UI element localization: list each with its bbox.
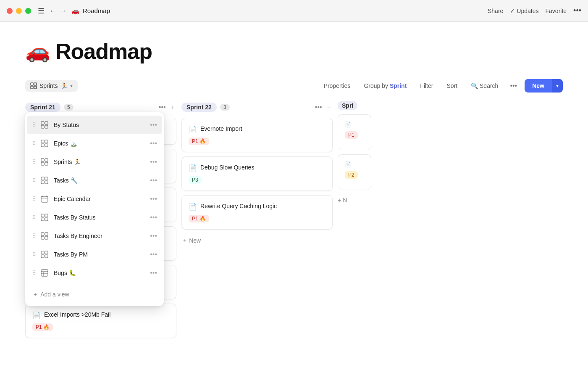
back-arrow-icon[interactable]: ← xyxy=(50,7,56,15)
sprint22-column: Sprint 22 3 ••• + 📄 Evernote Import P1 🔥 xyxy=(181,101,333,365)
svg-rect-33 xyxy=(45,251,48,254)
drag-handle-icon: ⠿ xyxy=(32,251,36,258)
menu-item-label: Tasks By Engineer xyxy=(54,233,150,239)
svg-rect-34 xyxy=(41,255,44,258)
menu-item-tasks-by-status[interactable]: ⠿ Tasks By Status ••• xyxy=(27,208,162,227)
priority-tag: P2 xyxy=(345,171,358,179)
toolbar: Sprints 🏃 ▾ Properties Group by Sprint F… xyxy=(25,79,563,93)
svg-rect-19 xyxy=(45,181,48,184)
menu-item-more-icon[interactable]: ••• xyxy=(150,251,157,258)
page-emoji: 🚗 xyxy=(25,40,50,63)
menu-item-more-icon[interactable]: ••• xyxy=(150,158,157,166)
partial-card-1[interactable]: 📄 P1 xyxy=(338,114,371,150)
menu-item-more-icon[interactable]: ••• xyxy=(150,269,157,277)
menu-item-epics[interactable]: ⠿ Epics 🏔️ ••• xyxy=(27,134,162,153)
menu-icon[interactable]: ☰ xyxy=(38,6,45,16)
svg-rect-11 xyxy=(45,144,48,147)
priority-tag: P1 🔥 xyxy=(189,138,209,145)
sprint-partial-header: Spri xyxy=(338,101,371,110)
plus-icon: + xyxy=(338,197,341,204)
search-button[interactable]: 🔍 Search xyxy=(467,80,502,92)
drag-handle-icon: ⠿ xyxy=(32,233,36,239)
new-main-button[interactable]: New xyxy=(525,79,552,93)
add-view-button[interactable]: + Add a view xyxy=(27,288,162,301)
sprint-partial-name: Spri xyxy=(338,101,357,110)
svg-rect-24 xyxy=(41,214,44,217)
svg-rect-18 xyxy=(41,181,44,184)
new-label: N xyxy=(343,197,347,204)
svg-rect-3 xyxy=(34,86,37,89)
sprint21-actions: ••• + xyxy=(157,103,176,112)
maximize-button[interactable] xyxy=(25,8,31,14)
sprint-partial-add[interactable]: + N xyxy=(338,194,371,206)
menu-item-bugs[interactable]: ⠿ Bugs 🐛 ••• xyxy=(27,264,162,282)
menu-item-tasks-by-engineer[interactable]: ⠿ Tasks By Engineer ••• xyxy=(27,227,162,245)
drag-handle-icon: ⠿ xyxy=(32,270,36,276)
svg-rect-27 xyxy=(45,218,48,221)
sprint22-more-button[interactable]: ••• xyxy=(313,103,324,112)
minimize-button[interactable] xyxy=(16,8,22,14)
sprint22-header: Sprint 22 3 ••• + xyxy=(181,101,333,114)
menu-item-sprints[interactable]: ⠿ Sprints 🏃 ••• xyxy=(27,153,162,171)
menu-item-epic-calendar[interactable]: ⠿ Epic Calendar ••• xyxy=(27,190,162,208)
sort-button[interactable]: Sort xyxy=(442,80,462,92)
plus-icon: + xyxy=(34,291,37,298)
updates-label: Updates xyxy=(517,8,538,14)
view-grid-icon xyxy=(30,82,37,89)
svg-rect-26 xyxy=(41,218,44,221)
filter-label: Filter xyxy=(420,82,433,89)
new-dropdown-arrow[interactable]: ▾ xyxy=(552,79,563,93)
view-selector[interactable]: Sprints 🏃 ▾ xyxy=(25,80,78,92)
share-button[interactable]: Share xyxy=(488,8,503,14)
sprint21-add-button[interactable]: + xyxy=(169,103,176,112)
menu-item-more-icon[interactable]: ••• xyxy=(150,214,157,221)
properties-button[interactable]: Properties xyxy=(320,80,355,92)
sprint22-add-button[interactable]: + xyxy=(326,103,333,112)
table-icon xyxy=(39,267,50,279)
menu-item-more-icon[interactable]: ••• xyxy=(150,177,157,184)
menu-item-by-status[interactable]: ⠿ By Status ••• xyxy=(27,116,162,134)
card-evernote-import-s22[interactable]: 📄 Evernote Import P1 🔥 xyxy=(181,118,333,152)
close-button[interactable] xyxy=(7,8,13,14)
card-title: Rewrite Query Caching Logic xyxy=(200,202,277,211)
menu-item-more-icon[interactable]: ••• xyxy=(150,195,157,203)
menu-item-more-icon[interactable]: ••• xyxy=(150,121,157,129)
toolbar-more-button[interactable]: ••• xyxy=(507,80,520,91)
card-debug-slow-queries[interactable]: 📄 Debug Slow Queries P3 xyxy=(181,156,333,191)
search-label: Search xyxy=(480,82,498,89)
new-button-group: New ▾ xyxy=(525,79,563,93)
grid-icon xyxy=(39,230,50,242)
forward-arrow-icon[interactable]: → xyxy=(60,7,66,15)
partial-card-2[interactable]: 📄 P2 xyxy=(338,154,371,190)
svg-rect-9 xyxy=(45,140,48,143)
sprint22-add-new-button[interactable]: + New xyxy=(181,234,333,247)
card-rewrite-query[interactable]: 📄 Rewrite Query Caching Logic P1 🔥 xyxy=(181,195,333,230)
updates-button[interactable]: ✓ Updates xyxy=(510,8,538,14)
card-title: Evernote Import xyxy=(200,125,242,133)
favorite-button[interactable]: Favorite xyxy=(546,8,567,14)
menu-item-more-icon[interactable]: ••• xyxy=(150,232,157,240)
menu-item-tasks-by-pm[interactable]: ⠿ Tasks By PM ••• xyxy=(27,245,162,264)
menu-item-label: Sprints 🏃 xyxy=(54,159,150,165)
more-actions-button[interactable]: ••• xyxy=(573,6,581,15)
svg-rect-16 xyxy=(41,177,44,180)
menu-item-label: By Status xyxy=(54,122,150,128)
card-excel-imports[interactable]: 📄 Excel Imports >20Mb Fail P1 🔥 xyxy=(25,304,176,338)
sprint21-more-button[interactable]: ••• xyxy=(157,103,168,112)
titlebar-actions: Share ✓ Updates Favorite ••• xyxy=(488,6,581,15)
grid-icon xyxy=(39,138,50,149)
drag-handle-icon: ⠿ xyxy=(32,196,36,202)
svg-rect-12 xyxy=(41,159,44,161)
menu-item-more-icon[interactable]: ••• xyxy=(150,140,157,147)
svg-rect-2 xyxy=(31,86,33,89)
menu-item-tasks[interactable]: ⠿ Tasks 🔧 ••• xyxy=(27,171,162,190)
svg-rect-36 xyxy=(41,270,48,276)
filter-button[interactable]: Filter xyxy=(416,80,437,92)
svg-rect-35 xyxy=(45,255,48,258)
group-by-button[interactable]: Group by Sprint xyxy=(360,80,411,92)
calendar-icon xyxy=(39,193,50,205)
menu-item-label: Tasks By Status xyxy=(54,214,150,221)
titlebar: ☰ ← → 🚗 Roadmap Share ✓ Updates Favorite… xyxy=(0,0,588,22)
title-text: Roadmap xyxy=(83,7,110,14)
svg-rect-14 xyxy=(41,162,44,165)
